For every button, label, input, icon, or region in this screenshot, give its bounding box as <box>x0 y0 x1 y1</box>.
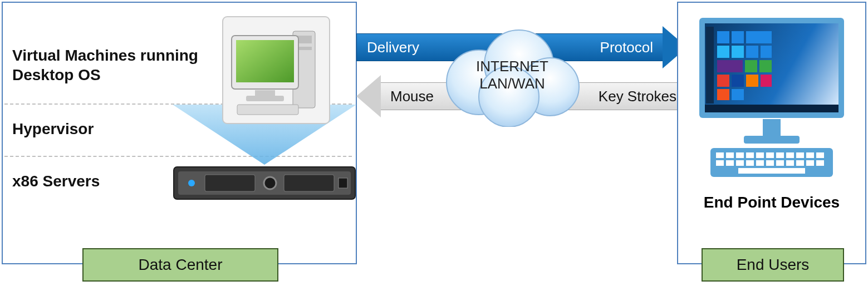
svg-rect-41 <box>746 160 754 166</box>
start-tile-icon <box>746 46 758 58</box>
start-tile-icon <box>732 89 744 100</box>
svg-rect-27 <box>716 152 724 158</box>
svg-rect-16 <box>284 175 334 191</box>
svg-rect-49 <box>738 168 805 174</box>
cloud-line1: INTERNET <box>476 58 548 75</box>
svg-point-15 <box>264 177 276 189</box>
svg-rect-34 <box>786 152 794 158</box>
svg-point-13 <box>188 180 195 186</box>
back-arrowhead-icon <box>356 75 381 117</box>
server-rack-icon <box>173 162 356 206</box>
cloud-label: INTERNET LAN/WAN <box>457 58 568 92</box>
endpoint-devices-label: End Point Devices <box>688 194 855 211</box>
datacenter-title-badge: Data Center <box>82 248 278 282</box>
svg-rect-10 <box>237 105 298 115</box>
svg-rect-30 <box>746 152 754 158</box>
svg-rect-48 <box>816 160 824 166</box>
start-tile-icon <box>746 31 772 43</box>
svg-rect-37 <box>816 152 824 158</box>
start-tile-icon <box>745 60 757 72</box>
svg-rect-39 <box>726 160 734 166</box>
svg-rect-7 <box>236 40 294 82</box>
svg-rect-33 <box>776 152 784 158</box>
svg-rect-43 <box>766 160 774 166</box>
endusers-title-text: End Users <box>737 256 810 274</box>
back-arrow-label-left: Mouse <box>380 88 444 105</box>
cloud-line2: LAN/WAN <box>479 75 545 92</box>
start-tile-icon <box>759 60 772 72</box>
back-arrow-label-right: Key Strokes <box>589 88 686 105</box>
svg-rect-38 <box>716 160 724 166</box>
start-tile-icon <box>732 46 744 58</box>
svg-rect-25 <box>744 136 800 144</box>
svg-rect-28 <box>726 152 734 158</box>
delivery-arrow-label-left: Delivery <box>357 39 429 56</box>
start-tile-icon <box>746 75 758 87</box>
desktop-vm-icon <box>222 16 331 125</box>
svg-rect-40 <box>736 160 744 166</box>
svg-rect-35 <box>796 152 804 158</box>
svg-rect-47 <box>806 160 814 166</box>
label-servers-layer: x86 Servers <box>12 171 100 191</box>
svg-rect-8 <box>255 90 275 96</box>
svg-rect-31 <box>756 152 764 158</box>
svg-rect-24 <box>763 119 781 136</box>
start-tile-icon <box>761 46 772 58</box>
svg-rect-44 <box>776 160 784 166</box>
start-tile-icon <box>732 75 744 87</box>
start-tile-icon <box>717 89 729 100</box>
start-tile-icon <box>717 60 743 72</box>
start-tile-icon <box>717 46 729 58</box>
delivery-arrow-label-right: Protocol <box>590 39 663 56</box>
start-tile-icon <box>717 31 729 43</box>
svg-rect-46 <box>796 160 804 166</box>
svg-rect-32 <box>766 152 774 158</box>
label-vm-layer: Virtual Machines running Desktop OS <box>12 46 224 85</box>
endpoint-screen-wallpaper <box>705 23 838 112</box>
label-hypervisor-layer: Hypervisor <box>12 119 94 139</box>
svg-rect-14 <box>205 175 255 191</box>
svg-rect-36 <box>806 152 814 158</box>
start-tile-icon <box>717 75 729 87</box>
start-tile-icon <box>761 75 772 87</box>
svg-rect-42 <box>756 160 764 166</box>
datacenter-title-text: Data Center <box>139 256 223 274</box>
svg-rect-45 <box>786 160 794 166</box>
start-tile-icon <box>732 31 744 43</box>
svg-rect-29 <box>736 152 744 158</box>
svg-rect-17 <box>339 178 347 188</box>
endusers-title-badge: End Users <box>702 248 844 282</box>
svg-rect-9 <box>246 96 284 101</box>
